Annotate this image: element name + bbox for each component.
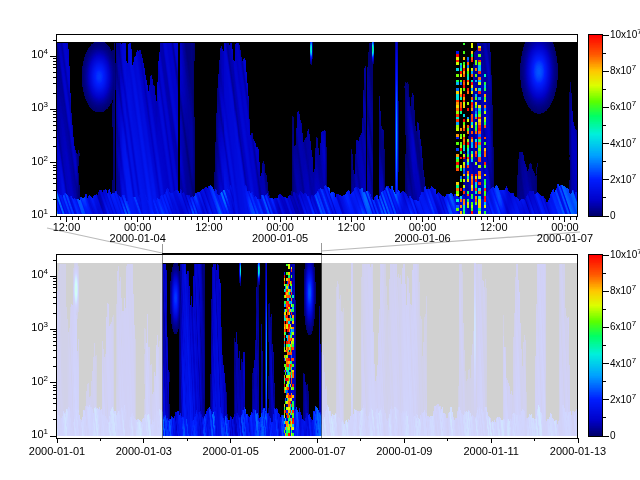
- y-minor-tick: [53, 350, 57, 351]
- x-major-tick: [317, 438, 318, 443]
- x-minor-tick: [286, 217, 287, 220]
- x-major-tick: [230, 438, 231, 443]
- x-minor-tick: [60, 217, 61, 220]
- y-minor-tick: [53, 77, 57, 78]
- y-minor-tick: [53, 137, 57, 138]
- x-minor-tick: [291, 217, 292, 220]
- y-major-tick: [50, 109, 57, 110]
- x-minor-tick: [428, 217, 429, 220]
- y-tick-base: 10: [31, 155, 43, 167]
- x-tick-date-label: 2000-01-06: [378, 233, 468, 244]
- y-minor-tick: [53, 387, 57, 388]
- x-minor-tick: [452, 217, 453, 220]
- y-minor-tick: [53, 130, 57, 131]
- x-tick-label: 2000-01-07: [273, 446, 363, 457]
- y-tick-exponent: 4: [44, 47, 48, 56]
- x-minor-tick: [238, 217, 239, 220]
- x-minor-tick: [416, 217, 417, 220]
- x-minor-tick: [72, 217, 73, 220]
- y-minor-tick: [53, 313, 57, 314]
- y-minor-tick: [53, 357, 57, 358]
- x-minor-tick: [446, 217, 447, 220]
- colorbar-tick-label: 4x107: [610, 138, 636, 150]
- y-minor-tick: [53, 398, 57, 399]
- colorbar-tick-label: 10x107: [610, 29, 640, 41]
- x-minor-tick: [410, 217, 411, 220]
- x-minor-tick: [570, 217, 571, 220]
- time-range-selection-box[interactable]: [162, 253, 322, 438]
- x-minor-tick: [185, 217, 186, 220]
- x-tick-label: 2000-01-05: [186, 446, 276, 457]
- colorbar-tick-exponent: 7: [632, 172, 636, 181]
- detail-colorbar-frame: [588, 34, 603, 217]
- y-minor-tick: [53, 284, 57, 285]
- x-tick-date-label: 2000-01-04: [93, 233, 183, 244]
- y-tick-base: 10: [31, 375, 43, 387]
- x-minor-tick: [440, 217, 441, 220]
- colorbar-major-tick: [603, 35, 609, 36]
- y-minor-tick: [53, 334, 57, 335]
- x-minor-tick: [274, 438, 275, 441]
- detail-plot-frame: [56, 34, 578, 217]
- colorbar-minor-tick: [603, 381, 606, 382]
- colorbar-tick-mantissa: 2x10: [610, 174, 632, 185]
- x-minor-tick: [470, 217, 471, 220]
- x-minor-tick: [559, 217, 560, 220]
- y-tick-label: 103: [18, 322, 48, 334]
- x-minor-tick: [187, 438, 188, 441]
- x-tick-label: 2000-01-03: [99, 446, 189, 457]
- x-minor-tick: [179, 217, 180, 220]
- x-minor-tick: [511, 217, 512, 220]
- x-minor-tick: [214, 217, 215, 220]
- y-minor-tick: [53, 170, 57, 171]
- x-minor-tick: [143, 217, 144, 220]
- colorbar-tick-exponent: 7: [632, 136, 636, 145]
- y-tick-label: 104: [18, 269, 48, 281]
- x-minor-tick: [339, 217, 340, 220]
- y-minor-tick: [53, 287, 57, 288]
- colorbar-tick-exponent: 7: [632, 63, 636, 72]
- colorbar-tick-label: 6x107: [610, 101, 636, 113]
- colorbar-major-tick: [603, 291, 609, 292]
- y-tick-exponent: 2: [44, 154, 48, 163]
- colorbar-minor-tick: [603, 197, 606, 198]
- y-tick-label: 101: [18, 429, 48, 441]
- x-minor-tick: [244, 217, 245, 220]
- x-minor-tick: [541, 217, 542, 220]
- y-tick-base: 10: [31, 101, 43, 113]
- colorbar-major-tick: [603, 436, 609, 437]
- y-minor-tick: [53, 260, 57, 261]
- y-tick-base: 10: [31, 268, 43, 280]
- colorbar-tick-mantissa: 10x10: [610, 29, 637, 40]
- x-tick-date-label: 2000-01-07: [520, 233, 610, 244]
- y-minor-tick: [53, 190, 57, 191]
- y-minor-tick: [53, 419, 57, 420]
- x-minor-tick: [84, 217, 85, 220]
- y-tick-base: 10: [31, 321, 43, 333]
- y-minor-tick: [53, 174, 57, 175]
- x-minor-tick: [535, 217, 536, 220]
- y-minor-tick: [53, 199, 57, 200]
- colorbar-major-tick: [603, 143, 609, 144]
- x-minor-tick: [333, 217, 334, 220]
- x-minor-tick: [315, 217, 316, 220]
- colorbar-tick-mantissa: 8x10: [610, 65, 632, 76]
- x-tick-date-label: 2000-01-05: [235, 233, 325, 244]
- x-minor-tick: [268, 217, 269, 220]
- x-tick-label: 2000-01-01: [12, 446, 102, 457]
- y-tick-label: 102: [18, 156, 48, 168]
- y-major-tick: [50, 56, 57, 57]
- x-major-tick: [404, 438, 405, 443]
- y-minor-tick: [53, 394, 57, 395]
- x-minor-tick: [547, 217, 548, 220]
- x-minor-tick: [386, 217, 387, 220]
- y-minor-tick: [53, 67, 57, 68]
- y-minor-tick: [53, 366, 57, 367]
- x-minor-tick: [256, 217, 257, 220]
- y-minor-tick: [53, 165, 57, 166]
- figure: 12:0000:002000-01-0412:0000:002000-01-05…: [0, 0, 640, 480]
- x-minor-tick: [131, 217, 132, 220]
- y-minor-tick: [53, 178, 57, 179]
- colorbar-tick-mantissa: 6x10: [610, 101, 632, 112]
- x-minor-tick: [125, 217, 126, 220]
